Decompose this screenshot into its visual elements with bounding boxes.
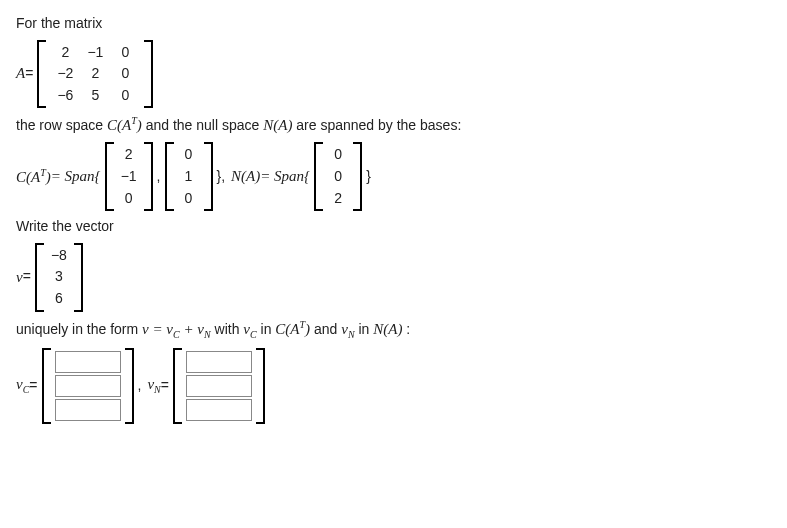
nullspace-vec1: 0 0 2 (314, 142, 362, 211)
answer-row: vC = , vN = (16, 348, 771, 424)
symbol-CAT: C(AT) (107, 117, 142, 133)
symbol-v: v (16, 267, 23, 288)
vC-input-1[interactable] (55, 375, 121, 397)
answer-vC (42, 348, 134, 424)
rowspace-vec2: 0 1 0 (165, 142, 213, 211)
bases-equation: C(AT) = Span{ 2 −1 0 , 0 1 0 } , N(A) = … (16, 142, 771, 211)
text: For the matrix (16, 15, 102, 31)
symbol-vN: vN (147, 374, 160, 397)
vN-input-0[interactable] (186, 351, 252, 373)
symbol-NA2: N(A) (231, 166, 260, 187)
intro-line-3: Write the vector (16, 217, 771, 237)
intro-line-4: uniquely in the form v = vC + vN with vC… (16, 318, 771, 342)
symbol-NA: N(A) (263, 117, 292, 133)
vN-input-1[interactable] (186, 375, 252, 397)
vC-input-0[interactable] (55, 351, 121, 373)
answer-vN (173, 348, 265, 424)
matrix-A: 2 −1 0 −2 2 0 −6 5 0 (37, 40, 153, 109)
rowspace-vec1: 2 −1 0 (105, 142, 153, 211)
vector-v-equation: v = −8 3 6 (16, 243, 771, 312)
equals: = (25, 64, 33, 84)
intro-line-2: the row space C(AT) and the null space N… (16, 114, 771, 136)
symbol-A: A (16, 63, 25, 84)
vector-v: −8 3 6 (35, 243, 83, 312)
vC-input-2[interactable] (55, 399, 121, 421)
intro-line-1: For the matrix (16, 14, 771, 34)
symbol-CAT2: C(AT) (16, 166, 51, 188)
vN-input-2[interactable] (186, 399, 252, 421)
matrix-A-equation: A = 2 −1 0 −2 2 0 −6 5 0 (16, 40, 771, 109)
symbol-vC: vC (16, 374, 29, 397)
